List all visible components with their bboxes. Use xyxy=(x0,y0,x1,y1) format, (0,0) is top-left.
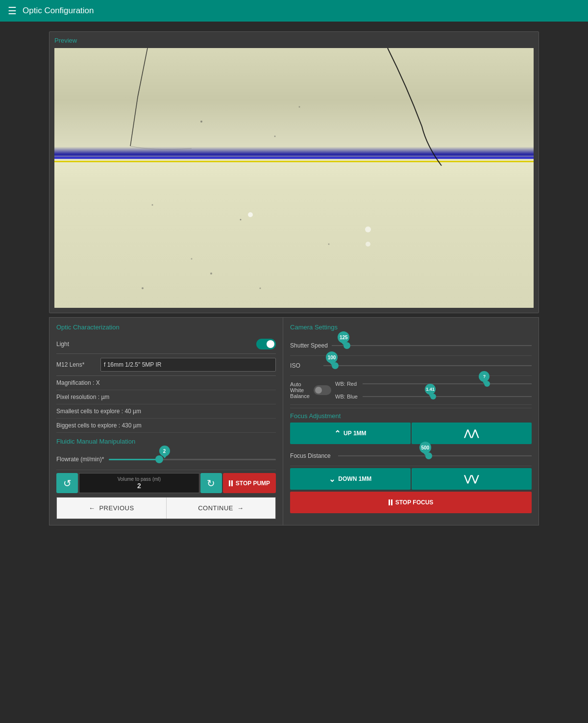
light-label: Light xyxy=(56,341,96,348)
flowrate-slider[interactable]: 2 xyxy=(109,452,276,467)
awb-label-line2: White xyxy=(290,387,310,393)
continue-button[interactable]: CONTINUE → xyxy=(167,498,276,519)
preview-label: Preview xyxy=(54,37,534,44)
svg-point-9 xyxy=(152,204,153,206)
lens-label: M12 Lens* xyxy=(56,361,96,368)
lens-select[interactable]: f 16mm 1/2.5" 5MP IR f 12mm 1/2.5" 5MP f… xyxy=(100,358,276,372)
pixel-resolution-row: Pixel resolution : µm xyxy=(56,390,276,404)
focus-distance-slider[interactable]: 500 xyxy=(338,449,532,463)
wb-red-badge: ? xyxy=(479,371,490,382)
focus-up-1mm-label: UP 1MM xyxy=(343,430,366,437)
pump-reset-left-button[interactable]: ↺ xyxy=(56,473,78,493)
blue-line xyxy=(54,157,534,159)
stop-focus-pause-icon xyxy=(389,499,392,505)
optic-char-title: Optic Characterization xyxy=(56,324,276,331)
magnification-row: Magnification : X xyxy=(56,376,276,390)
focus-distance-label: Focus Distance xyxy=(290,452,334,459)
biggest-cells-row: Biggest cells to explore : 430 µm xyxy=(56,419,276,433)
shutter-badge: 125 xyxy=(338,331,349,343)
wb-blue-badge: 1.41 xyxy=(425,384,436,395)
wb-blue-label: WB: Blue xyxy=(335,394,360,399)
svg-point-13 xyxy=(191,258,193,260)
svg-point-6 xyxy=(274,136,276,137)
focus-down-1mm-label: DOWN 1MM xyxy=(338,475,371,482)
chevron-down-icon: ⌄ xyxy=(329,474,335,484)
awb-row: Auto White Balance WB: Red ? xyxy=(290,376,532,405)
iso-slider[interactable]: 100 xyxy=(323,359,532,373)
iso-badge: 100 xyxy=(326,351,338,363)
stop-focus-button[interactable]: STOP FOCUS xyxy=(290,492,532,513)
svg-point-5 xyxy=(200,121,202,123)
right-arrow-icon: → xyxy=(237,504,244,512)
fluidic-section: Fluidic Manual Manipulation Flowrate (ml… xyxy=(56,438,276,493)
topbar-title: Optic Configuration xyxy=(23,6,94,16)
focus-adjustment-title: Focus Adjustment xyxy=(290,408,532,423)
stop-pump-label: STOP PUMP xyxy=(236,480,270,487)
svg-line-0 xyxy=(138,48,147,97)
preview-card: Preview xyxy=(49,31,539,313)
menu-icon[interactable]: ☰ xyxy=(8,5,17,17)
svg-point-2 xyxy=(248,212,253,217)
topbar: ☰ Optic Configuration xyxy=(0,0,588,22)
left-arrow-icon: ← xyxy=(89,504,96,512)
focus-down-fast-button[interactable]: ⋁⋁ xyxy=(412,468,532,490)
focus-up-row: ⌃ UP 1MM ⋀⋀ xyxy=(290,423,532,444)
svg-point-3 xyxy=(365,226,371,232)
focus-up-fast-button[interactable]: ⋀⋀ xyxy=(412,423,532,444)
preview-image xyxy=(54,48,534,308)
continue-label: CONTINUE xyxy=(198,504,233,512)
focus-down-1mm-button[interactable]: ⌄ DOWN 1MM xyxy=(290,468,410,490)
yellow-line xyxy=(54,161,534,162)
focus-distance-badge: 500 xyxy=(419,442,431,453)
pump-controls: ↺ Volume to pass (ml) 2 ↻ STOP PUMP xyxy=(56,473,276,493)
volume-display: Volume to pass (ml) 2 xyxy=(79,473,199,493)
wb-red-label: WB: Red xyxy=(335,381,360,387)
double-chevron-down-icon: ⋁⋁ xyxy=(464,474,479,484)
flowrate-badge: 2 xyxy=(159,446,170,456)
svg-point-11 xyxy=(210,273,212,274)
fluidic-title: Fluidic Manual Manipulation xyxy=(56,438,276,445)
volume-value: 2 xyxy=(137,482,141,490)
preview-overlay xyxy=(54,48,534,308)
main-content: Preview xyxy=(0,22,588,535)
shutter-speed-label: Shutter Speed xyxy=(290,342,328,349)
shutter-speed-row: Shutter Speed 125 xyxy=(290,336,532,356)
wb-red-slider[interactable]: ? xyxy=(363,379,532,389)
awb-label-line1: Auto xyxy=(290,381,310,387)
stop-pump-button[interactable]: STOP PUMP xyxy=(223,473,276,493)
shutter-speed-slider[interactable]: 125 xyxy=(332,339,532,352)
focus-up-1mm-button[interactable]: ⌃ UP 1MM xyxy=(290,423,410,444)
iso-row: ISO 100 xyxy=(290,356,532,376)
iso-label: ISO xyxy=(290,362,319,369)
focus-down-row: ⌄ DOWN 1MM ⋁⋁ xyxy=(290,468,532,490)
svg-point-14 xyxy=(142,287,144,289)
panel-left: Optic Characterization Light M12 Lens* f… xyxy=(49,317,283,525)
panel-right: Camera Settings Shutter Speed 125 ISO xyxy=(283,317,539,525)
awb-toggle[interactable] xyxy=(314,385,331,395)
previous-button[interactable]: ← PREVIOUS xyxy=(57,498,167,519)
camera-settings-title: Camera Settings xyxy=(290,324,532,331)
lens-row: M12 Lens* f 16mm 1/2.5" 5MP IR f 12mm 1/… xyxy=(56,354,276,376)
double-chevron-up-icon: ⋀⋀ xyxy=(464,428,479,439)
pump-reset-right-button[interactable]: ↻ xyxy=(200,473,222,493)
stop-focus-label: STOP FOCUS xyxy=(395,499,434,506)
bottom-panels: Optic Characterization Light M12 Lens* f… xyxy=(49,317,539,525)
flowrate-label: Flowrate (ml/min)* xyxy=(56,456,104,463)
awb-sliders: WB: Red ? WB: Blue xyxy=(335,379,532,401)
light-toggle[interactable] xyxy=(256,339,276,349)
awb-label-line3: Balance xyxy=(290,393,310,399)
focus-distance-row: Focus Distance 500 xyxy=(290,446,532,466)
wb-blue-row: WB: Blue 1.41 xyxy=(335,392,532,401)
light-row: Light xyxy=(56,335,276,354)
volume-label: Volume to pass (ml) xyxy=(118,476,161,482)
wb-blue-slider[interactable]: 1.41 xyxy=(363,392,532,401)
svg-point-8 xyxy=(299,106,300,108)
svg-point-7 xyxy=(240,219,242,221)
svg-line-1 xyxy=(130,97,138,146)
flowrate-row: Flowrate (ml/min)* 2 xyxy=(56,449,276,470)
chevron-up-icon: ⌃ xyxy=(334,429,341,438)
awb-label-group: Auto White Balance xyxy=(290,381,310,399)
pause-icon xyxy=(229,480,233,486)
nav-row: ← PREVIOUS CONTINUE → xyxy=(56,497,276,519)
svg-point-10 xyxy=(328,244,330,245)
